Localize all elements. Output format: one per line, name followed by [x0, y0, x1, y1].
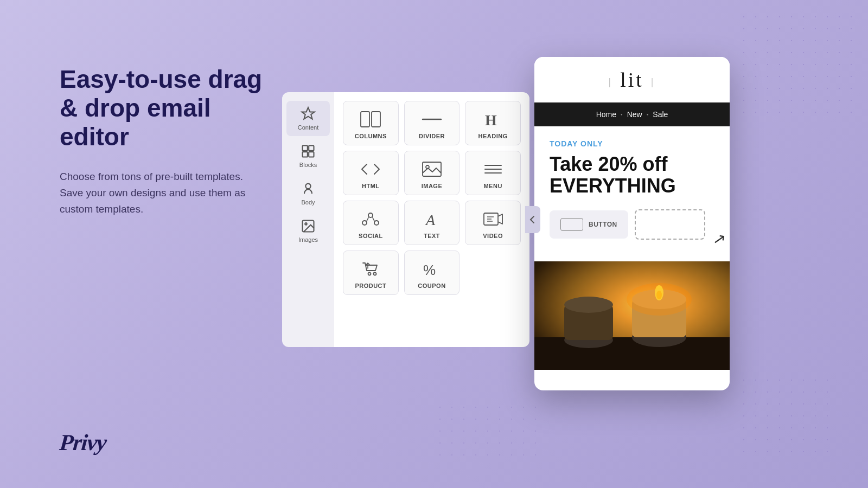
block-item-html[interactable]: HTML: [343, 151, 399, 195]
columns-icon: [360, 110, 381, 129]
divider-label: DIVIDER: [419, 133, 445, 139]
svg-text:H: H: [485, 112, 497, 127]
email-drop-zone: [635, 209, 705, 240]
email-nav-home: Home: [596, 110, 616, 119]
svg-rect-7: [361, 112, 369, 127]
body-icon: [301, 181, 316, 196]
block-item-text[interactable]: A TEXT: [404, 201, 460, 245]
text-label: TEXT: [424, 233, 440, 239]
svg-rect-29: [534, 337, 730, 370]
privy-logo: Privy: [60, 429, 106, 455]
menu-icon: [482, 160, 504, 178]
columns-label: COLUMNS: [355, 133, 387, 139]
html-icon: [360, 160, 381, 178]
sidebar-item-content[interactable]: Content: [286, 101, 330, 136]
product-icon: [360, 260, 381, 278]
svg-point-17: [374, 221, 379, 225]
sidebar-images-label: Images: [298, 236, 318, 243]
menu-label: MENU: [483, 183, 502, 189]
sidebar-content-label: Content: [298, 124, 319, 131]
main-headline: Easy-to-use drag & drop email editor: [60, 65, 266, 151]
collapse-chevron-icon: [529, 215, 536, 224]
email-body: TODAY ONLY Take 20% off EVERYTHING BUTTO…: [534, 126, 730, 261]
block-item-menu[interactable]: MENU: [465, 151, 521, 195]
email-button-label: BUTTON: [589, 221, 617, 228]
collapse-arrow[interactable]: [525, 206, 540, 233]
heading-icon: H: [482, 110, 504, 129]
block-item-coupon[interactable]: % COUPON: [404, 251, 460, 295]
block-item-columns[interactable]: COLUMNS: [343, 101, 399, 145]
email-logo-text: lit: [620, 68, 644, 91]
dots-decoration-middle: [434, 401, 542, 466]
product-label: PRODUCT: [355, 282, 386, 289]
email-nav-sale: Sale: [653, 110, 668, 119]
video-icon: [482, 210, 504, 228]
heading-label: HEADING: [478, 133, 508, 139]
sidebar-item-images[interactable]: Images: [286, 213, 330, 248]
html-label: HTML: [362, 183, 380, 189]
divider-icon: [421, 110, 443, 129]
email-headline: Take 20% off EVERYTHING: [550, 153, 714, 196]
coupon-label: COUPON: [418, 282, 445, 289]
nav-separator-2: ●: [647, 113, 649, 116]
images-icon: [301, 219, 316, 234]
svg-point-38: [627, 283, 692, 316]
text-icon: A: [421, 210, 443, 228]
nav-separator-1: ●: [621, 113, 623, 116]
svg-rect-1: [309, 146, 314, 151]
svg-rect-2: [303, 152, 308, 157]
block-item-product[interactable]: PRODUCT: [343, 251, 399, 295]
social-label: SOCIAL: [359, 233, 383, 239]
svg-point-16: [362, 221, 367, 225]
sidebar-blocks-label: Blocks: [299, 162, 317, 168]
email-today-only: TODAY ONLY: [550, 139, 714, 148]
block-item-image[interactable]: IMAGE: [404, 151, 460, 195]
dots-decoration-top-right: [738, 11, 857, 119]
candle-scene: [534, 261, 730, 370]
email-candle-image: [534, 261, 730, 370]
block-item-divider[interactable]: DIVIDER: [404, 101, 460, 145]
email-button-block: BUTTON: [550, 210, 628, 239]
blocks-icon: [301, 144, 316, 159]
svg-point-6: [305, 223, 307, 225]
svg-rect-8: [372, 112, 380, 127]
candle-svg: [534, 261, 730, 370]
content-icon: [301, 106, 316, 121]
email-button-area: BUTTON ↗: [550, 209, 714, 240]
editor-container: Content Blocks Body: [282, 92, 529, 347]
svg-line-19: [367, 217, 369, 222]
image-label: IMAGE: [422, 183, 443, 189]
sidebar: Content Blocks Body: [282, 92, 334, 347]
block-item-social[interactable]: SOCIAL: [343, 201, 399, 245]
cursor-icon: ↗: [711, 229, 726, 248]
sub-text: Choose from tons of pre-built templates.…: [60, 169, 266, 218]
svg-line-20: [373, 217, 375, 222]
dots-decoration-bottom-right: [738, 374, 835, 455]
svg-point-4: [305, 184, 310, 189]
privy-logo-text: Privy: [59, 429, 107, 455]
email-nav-new: New: [627, 110, 642, 119]
svg-rect-0: [303, 146, 308, 151]
image-icon: [421, 160, 443, 178]
email-nav: Home ● New ● Sale: [534, 102, 730, 126]
svg-point-26: [368, 273, 371, 275]
block-item-heading[interactable]: H HEADING: [465, 101, 521, 145]
sidebar-item-body[interactable]: Body: [286, 176, 330, 211]
email-logo: | lit |: [545, 68, 719, 92]
block-item-video[interactable]: VIDEO: [465, 201, 521, 245]
sidebar-item-blocks[interactable]: Blocks: [286, 138, 330, 174]
email-preview: | lit | Home ● New ● Sale TODAY ONLY Tak…: [534, 57, 730, 390]
blocks-panel: COLUMNS DIVIDER H HEADING: [334, 92, 529, 347]
sidebar-body-label: Body: [301, 199, 315, 206]
svg-rect-3: [309, 152, 314, 157]
video-label: VIDEO: [483, 233, 503, 239]
email-logo-area: | lit |: [534, 57, 730, 102]
svg-text:%: %: [423, 262, 436, 277]
social-icon: [360, 210, 381, 228]
email-headline-line2: EVERYTHING: [550, 175, 676, 197]
email-headline-line1: Take 20% off: [550, 153, 667, 175]
left-section: Easy-to-use drag & drop email editor Cho…: [60, 65, 266, 218]
email-button-inner: [560, 218, 583, 231]
svg-point-27: [374, 273, 376, 275]
svg-point-18: [368, 213, 373, 217]
